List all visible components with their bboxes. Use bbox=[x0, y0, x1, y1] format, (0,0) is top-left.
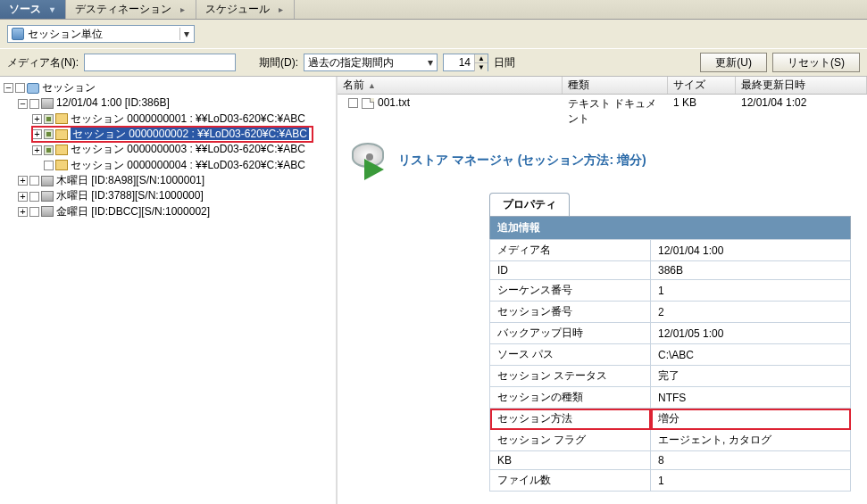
checkbox[interactable] bbox=[44, 161, 54, 170]
folder-icon bbox=[55, 145, 68, 155]
checkbox[interactable] bbox=[29, 176, 39, 186]
disk-icon bbox=[12, 28, 24, 40]
expand-icon[interactable]: + bbox=[18, 176, 28, 186]
folder-icon bbox=[55, 160, 68, 170]
period-select[interactable]: 過去の指定期間内 ▾ bbox=[304, 54, 438, 71]
property-key: セッション番号 bbox=[490, 302, 651, 323]
tree-session[interactable]: +セッション 0000000001 : ¥¥LoD03-620¥C:¥ABC bbox=[32, 112, 334, 127]
restore-header: リストア マネージャ (セッション方法: 増分) bbox=[338, 128, 867, 193]
property-value: 2 bbox=[651, 302, 851, 323]
collapse-icon[interactable]: − bbox=[4, 83, 13, 93]
property-key: セッションの種類 bbox=[490, 387, 651, 409]
property-key: セッション方法 bbox=[490, 409, 651, 430]
expand-icon[interactable]: + bbox=[32, 114, 42, 124]
chevron-down-icon: ▾ bbox=[50, 4, 54, 14]
file-type: テキスト ドキュメント bbox=[563, 96, 668, 127]
property-row: ファイル数1 bbox=[490, 470, 851, 492]
property-row: セッションの種類NTFS bbox=[490, 387, 851, 409]
tree-media[interactable]: −12/01/04 1:00 [ID:386B] +セッション 00000000… bbox=[18, 95, 334, 173]
tree-label: 木曜日 [ID:8A98][S/N:1000001] bbox=[56, 174, 204, 186]
property-table: 追加情報 メディア名12/01/04 1:00ID386Bシーケンス番号1セッシ… bbox=[489, 216, 851, 492]
sort-asc-icon: ▲ bbox=[368, 81, 376, 90]
col-size[interactable]: サイズ bbox=[668, 77, 736, 94]
update-button[interactable]: 更新(U) bbox=[700, 53, 767, 72]
media-name-label: メディア名(N): bbox=[7, 55, 79, 70]
checkbox[interactable] bbox=[44, 145, 54, 155]
property-value: 12/01/05 1:00 bbox=[651, 323, 851, 344]
collapse-icon[interactable]: − bbox=[18, 99, 28, 109]
tree-day[interactable]: +木曜日 [ID:8A98][S/N:1000001] bbox=[18, 173, 334, 188]
file-list-header: 名前▲ 種類 サイズ 最終更新日時 bbox=[338, 77, 867, 95]
media-name-input[interactable] bbox=[84, 54, 236, 71]
property-value: 1 bbox=[651, 470, 851, 492]
chevron-right-icon: ▸ bbox=[180, 4, 185, 14]
period-label: 期間(D): bbox=[259, 55, 298, 70]
reset-button[interactable]: リセット(S) bbox=[772, 53, 860, 72]
spin-up-icon[interactable]: ▲ bbox=[475, 54, 488, 63]
tree-label: セッション 0000000001 : ¥¥LoD03-620¥C:¥ABC bbox=[71, 112, 305, 125]
expand-icon[interactable]: + bbox=[18, 192, 28, 202]
checkbox[interactable] bbox=[29, 99, 39, 109]
checkbox[interactable] bbox=[348, 98, 358, 108]
property-row: メディア名12/01/04 1:00 bbox=[490, 240, 851, 261]
session-icon bbox=[27, 83, 39, 94]
period-count-spinner[interactable]: ▲▼ bbox=[443, 54, 488, 71]
property-row: セッション フラグエージェント, カタログ bbox=[490, 430, 851, 451]
property-value: 386B bbox=[651, 261, 851, 280]
col-type[interactable]: 種類 bbox=[563, 77, 668, 94]
tab-bar: ソース▾ デスティネーション▸ スケジュール▸ bbox=[0, 0, 867, 20]
property-value: C:\ABC bbox=[651, 344, 851, 366]
tree-day[interactable]: +水曜日 [ID:3788][S/N:1000000] bbox=[18, 188, 334, 203]
tree-session[interactable]: +セッション 0000000003 : ¥¥LoD03-620¥C:¥ABC bbox=[32, 142, 334, 157]
tree-root[interactable]: −セッション −12/01/04 1:00 [ID:386B] +セッション 0… bbox=[4, 80, 334, 219]
property-key: ID bbox=[490, 261, 651, 280]
property-row: ソース パスC:\ABC bbox=[490, 344, 851, 366]
col-date[interactable]: 最終更新日時 bbox=[736, 77, 867, 94]
property-row: セッション番号2 bbox=[490, 302, 851, 323]
checkbox[interactable] bbox=[29, 207, 39, 217]
property-key: メディア名 bbox=[490, 240, 651, 261]
tab-schedule[interactable]: スケジュール▸ bbox=[196, 0, 295, 19]
chevron-down-icon[interactable]: ▾ bbox=[422, 56, 433, 69]
tab-properties[interactable]: プロパティ bbox=[489, 193, 570, 216]
file-date: 12/01/04 1:02 bbox=[736, 96, 867, 127]
view-mode-select[interactable]: セッション単位 ▾ bbox=[7, 25, 195, 43]
content-pane: 名前▲ 種類 サイズ 最終更新日時 001.txt テキスト ドキュメント 1 … bbox=[338, 77, 867, 504]
checkbox[interactable] bbox=[15, 83, 25, 93]
col-name[interactable]: 名前▲ bbox=[338, 77, 563, 94]
property-value: 1 bbox=[651, 280, 851, 302]
tab-source[interactable]: ソース▾ bbox=[0, 0, 66, 19]
session-tree: −セッション −12/01/04 1:00 [ID:386B] +セッション 0… bbox=[2, 80, 334, 219]
tree-pane[interactable]: −セッション −12/01/04 1:00 [ID:386B] +セッション 0… bbox=[0, 77, 338, 504]
period-unit: 日間 bbox=[494, 55, 515, 70]
property-row: シーケンス番号1 bbox=[490, 280, 851, 302]
toolbar-view: セッション単位 ▾ bbox=[0, 20, 867, 48]
expand-icon[interactable]: + bbox=[32, 145, 42, 155]
expand-icon[interactable]: + bbox=[18, 207, 28, 217]
filter-bar: メディア名(N): 期間(D): 過去の指定期間内 ▾ ▲▼ 日間 更新(U) … bbox=[0, 48, 867, 77]
tree-session[interactable]: セッション 0000000004 : ¥¥LoD03-620¥C:¥ABC bbox=[32, 158, 334, 173]
tape-icon bbox=[41, 176, 54, 186]
property-section-header: 追加情報 bbox=[490, 217, 851, 240]
file-row[interactable]: 001.txt テキスト ドキュメント 1 KB 12/01/04 1:02 bbox=[338, 95, 867, 128]
property-row: セッション ステータス完了 bbox=[490, 366, 851, 387]
checkbox[interactable] bbox=[44, 114, 54, 124]
property-key: セッション ステータス bbox=[490, 366, 651, 387]
chevron-down-icon[interactable]: ▾ bbox=[179, 28, 192, 40]
tree-session-selected[interactable]: +セッション 0000000002 : ¥¥LoD03-620¥C:¥ABC bbox=[32, 127, 334, 142]
tree-label: セッション 0000000002 : ¥¥LoD03-620¥C:¥ABC bbox=[71, 128, 309, 140]
folder-icon bbox=[55, 129, 68, 140]
tree-label: セッション 0000000004 : ¥¥LoD03-620¥C:¥ABC bbox=[71, 159, 305, 171]
spin-down-icon[interactable]: ▼ bbox=[475, 63, 488, 71]
tab-destination[interactable]: デスティネーション▸ bbox=[66, 0, 196, 19]
tree-day[interactable]: +金曜日 [ID:DBCC][S/N:1000002] bbox=[18, 204, 334, 219]
period-count-input[interactable] bbox=[444, 54, 474, 70]
checkbox[interactable] bbox=[29, 192, 39, 202]
restore-title: リストア マネージャ (セッション方法: 増分) bbox=[398, 153, 646, 169]
property-value: エージェント, カタログ bbox=[651, 430, 851, 451]
tree-label: 12/01/04 1:00 [ID:386B] bbox=[56, 97, 170, 110]
restore-manager-icon bbox=[348, 143, 391, 178]
checkbox[interactable] bbox=[44, 129, 54, 139]
chevron-right-icon: ▸ bbox=[279, 4, 283, 14]
expand-icon[interactable]: + bbox=[32, 129, 42, 139]
